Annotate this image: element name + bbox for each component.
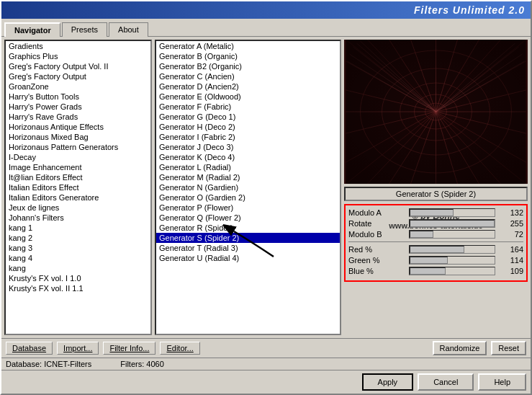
param-row-blue: Blue % 109 <box>348 267 523 275</box>
list-item[interactable]: It@lian Editors Effect <box>6 172 150 182</box>
filter-list-item[interactable]: Generator U (Radial 4) <box>156 253 340 263</box>
param-label-green: Green % <box>348 256 406 265</box>
tab-presets[interactable]: Presets <box>62 22 107 37</box>
filter-list-item[interactable]: Generator O (Gardien 2) <box>156 192 340 203</box>
filter-list-item[interactable]: Generator I (Fabric 2) <box>156 132 340 142</box>
database-button[interactable]: Database <box>6 342 53 355</box>
filter-list-item[interactable]: Generator J (Deco 3) <box>156 142 340 152</box>
tab-navigator[interactable]: Navigator <box>4 22 60 37</box>
list-item[interactable]: I-Decay <box>6 152 150 162</box>
param-slider-modulo-a[interactable] <box>409 208 495 217</box>
list-item[interactable]: GroanZone <box>6 81 150 92</box>
filters-label: Filters: <box>120 360 144 368</box>
list-item[interactable]: Krusty's FX vol. II 1.1 <box>6 283 150 293</box>
list-item[interactable]: Italian Editors Effect <box>6 182 150 192</box>
param-value-red: 164 <box>498 245 523 254</box>
main-content: GradientsGraphics PlusGreg's Factory Out… <box>1 37 531 338</box>
filter-list-item[interactable]: Generator P (Flower) <box>156 203 340 213</box>
filter-list-item[interactable]: Generator A (Metalic) <box>156 41 340 51</box>
tab-about[interactable]: About <box>109 22 148 37</box>
param-label-modulo-a: Modulo A <box>348 208 406 217</box>
param-slider-green[interactable] <box>409 256 495 265</box>
database-label: Database: <box>6 360 42 368</box>
filter-name-display: Generator S (Spider 2) <box>344 187 528 201</box>
color-params: Red % 164 Green % 114 Blue <box>348 241 523 275</box>
param-label-blue: Blue % <box>348 267 406 275</box>
param-slider-modulo-b[interactable] <box>409 230 495 239</box>
filter-list-item[interactable]: Generator D (Ancien2) <box>156 81 340 92</box>
param-label-modulo-b: Modulo B <box>348 230 406 239</box>
list-item[interactable]: Image Enhancement <box>6 162 150 172</box>
filter-list-item[interactable]: Generator N (Gardien) <box>156 182 340 192</box>
cancel-button[interactable]: Cancel <box>418 373 474 391</box>
filter-list-item[interactable]: Generator E (Oldwood) <box>156 92 340 102</box>
list-item[interactable]: kang 4 <box>6 253 150 263</box>
list-item[interactable]: Graphics Plus <box>6 51 150 61</box>
help-button[interactable]: Help <box>478 373 526 391</box>
param-slider-rotate[interactable] <box>409 219 495 228</box>
list-item[interactable]: Gradients <box>6 41 150 51</box>
list-item[interactable]: Greg's Factory Output <box>6 71 150 81</box>
main-window: Filters Unlimited 2.0 Navigator Presets … <box>0 0 532 395</box>
param-slider-red[interactable] <box>409 245 495 254</box>
param-row-rotate: Rotate 255 <box>348 219 523 228</box>
import-button[interactable]: Import... <box>57 342 99 355</box>
list-item[interactable]: kang 3 <box>6 243 150 253</box>
filter-list-item[interactable]: Generator R (Spider) <box>156 223 340 233</box>
list-item[interactable]: Harry's Power Grads <box>6 102 150 112</box>
list-item[interactable]: Krusty's FX vol. I 1.0 <box>6 273 150 283</box>
title-bar: Filters Unlimited 2.0 <box>1 1 531 19</box>
param-value-blue: 109 <box>498 267 523 275</box>
list-item[interactable]: kang <box>6 263 150 273</box>
param-row-green: Green % 114 <box>348 256 523 265</box>
filter-list-item[interactable]: Generator K (Deco 4) <box>156 152 340 162</box>
status-bar: Database: ICNET-Filters Filters: 4060 <box>1 358 531 370</box>
param-label-red: Red % <box>348 245 406 254</box>
list-item[interactable]: Harry's Rave Grads <box>6 112 150 122</box>
filter-list-item[interactable]: Generator F (Fabric) <box>156 102 340 112</box>
filter-list-item[interactable]: Generator B (Organic) <box>156 51 340 61</box>
filters-value: 4060 <box>146 360 163 368</box>
list-item[interactable]: Jeux de lignes <box>6 203 150 213</box>
preview-area <box>344 40 528 184</box>
filter-list-item[interactable]: Generator B2 (Organic) <box>156 61 340 71</box>
editor-button[interactable]: Editor... <box>160 342 199 355</box>
randomize-button[interactable]: Randomize <box>433 341 487 355</box>
filter-list-item[interactable]: Generator Q (Flower 2) <box>156 213 340 223</box>
filter-info-button[interactable]: Filter Info... <box>103 342 155 355</box>
list-item[interactable]: kang 1 <box>6 223 150 233</box>
filter-list-item[interactable]: Generator C (Ancien) <box>156 71 340 81</box>
apply-button[interactable]: Apply <box>362 373 414 391</box>
bottom-buttons: Apply Cancel Help <box>1 370 531 394</box>
param-label-rotate: Rotate <box>348 219 406 228</box>
preview-svg <box>344 40 528 184</box>
filter-list-item[interactable]: Generator G (Deco 1) <box>156 112 340 122</box>
filter-list-item[interactable]: Generator S (Spider 2) <box>156 233 340 243</box>
list-item[interactable]: Horizonaus Antique Effects <box>6 122 150 132</box>
filter-list-item[interactable]: Generator L (Radial) <box>156 162 340 172</box>
params-area: © by Bohne www.bohnes-tutorials.de Modul… <box>344 204 528 282</box>
list-item[interactable]: Horizonaus Mixed Bag <box>6 132 150 142</box>
param-value-modulo-a: 132 <box>498 208 523 217</box>
filter-list-item[interactable]: Generator H (Deco 2) <box>156 122 340 132</box>
category-list[interactable]: GradientsGraphics PlusGreg's Factory Out… <box>4 40 152 335</box>
filter-list-item[interactable]: Generator T (Radial 3) <box>156 243 340 253</box>
list-item[interactable]: Harry's Button Tools <box>6 92 150 102</box>
list-item[interactable]: Horizonaus Pattern Generators <box>6 142 150 152</box>
list-item[interactable]: Italian Editors Generatore <box>6 192 150 203</box>
list-item[interactable]: Johann's Filters <box>6 213 150 223</box>
param-value-modulo-b: 72 <box>498 230 523 239</box>
svg-rect-43 <box>346 40 526 184</box>
database-value: ICNET-Filters <box>44 360 91 368</box>
param-slider-blue[interactable] <box>409 267 495 275</box>
param-row-modulo-b: Modulo B 72 <box>348 230 523 239</box>
title-text: Filters Unlimited 2.0 <box>414 4 525 16</box>
right-panel: Generator S (Spider 2) © by Bohne www.bo… <box>344 40 528 335</box>
tab-bar: Navigator Presets About <box>1 19 531 37</box>
reset-button[interactable]: Reset <box>491 341 526 355</box>
list-item[interactable]: Greg's Factory Output Vol. II <box>6 61 150 71</box>
bottom-toolbar: Database Import... Filter Info... Editor… <box>1 338 531 358</box>
filter-list-item[interactable]: Generator M (Radial 2) <box>156 172 340 182</box>
list-item[interactable]: kang 2 <box>6 233 150 243</box>
filter-list[interactable]: Generator A (Metalic)Generator B (Organi… <box>155 40 341 335</box>
